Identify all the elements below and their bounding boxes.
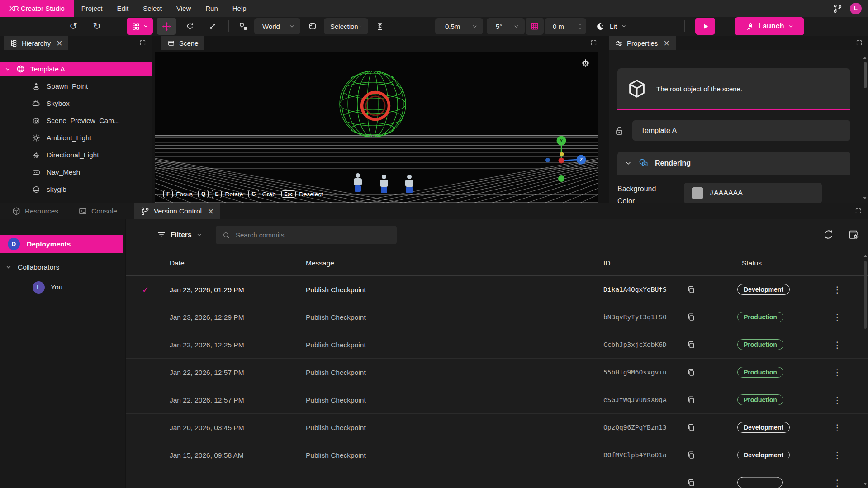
user-avatar[interactable]: L	[850, 3, 862, 14]
grid-height-stepper[interactable]: 0 m	[545, 18, 586, 34]
tree-item-skyglb[interactable]: skyglb	[0, 182, 152, 196]
viewport-3d[interactable]: Y Z F Focus Q E Rotate G Grab Esc Desele	[155, 52, 598, 203]
copy-id-button[interactable]	[687, 285, 696, 294]
tree-item-ambient-light[interactable]: Ambient_Light	[0, 131, 152, 145]
expand-scene-button[interactable]	[590, 39, 597, 46]
tree-item-skybox[interactable]: Skybox	[0, 96, 152, 110]
scroll-down-icon[interactable]	[863, 197, 867, 199]
snap-toggle-button[interactable]	[372, 18, 388, 34]
version-control-icon[interactable]	[833, 4, 843, 14]
menu-select[interactable]: Select	[136, 0, 169, 17]
background-color-picker[interactable]: #AAAAAA	[684, 183, 822, 203]
shading-mode-select[interactable]: Lit	[596, 18, 626, 34]
properties-scrollbar[interactable]	[863, 57, 867, 199]
row-menu-button[interactable]: ⋮	[832, 340, 842, 350]
copy-id-button[interactable]	[687, 368, 696, 377]
row-menu-button[interactable]: ⋮	[832, 284, 842, 294]
menu-edit[interactable]: Edit	[109, 0, 136, 17]
expand-hierarchy-button[interactable]	[139, 39, 146, 46]
copy-id-button[interactable]	[687, 313, 696, 322]
deploy-settings-button[interactable]	[848, 229, 859, 240]
copy-id-button[interactable]	[687, 450, 696, 460]
stepper-arrows[interactable]	[578, 23, 583, 30]
undo-icon: ↺	[69, 22, 77, 31]
undo-button[interactable]: ↺	[63, 18, 83, 34]
tree-item-scene-preview-cam[interactable]: Scene_Preview_Cam...	[0, 114, 152, 128]
tab-console[interactable]: Console	[72, 203, 123, 219]
hint-grab: G Grab	[248, 190, 275, 198]
redo-button[interactable]: ↻	[87, 18, 107, 34]
scroll-down-icon[interactable]	[863, 483, 867, 485]
tree-item-directional-light[interactable]: Directional_Light	[0, 148, 152, 162]
color-swatch[interactable]	[692, 187, 703, 199]
tab-properties[interactable]: Properties ×	[609, 36, 676, 50]
pivot-button[interactable]	[304, 18, 321, 34]
pivot-mode-select[interactable]: Selection	[324, 18, 368, 34]
close-icon[interactable]: ×	[208, 207, 214, 216]
rendering-section-header[interactable]: Rendering	[617, 152, 850, 175]
scroll-up-icon[interactable]	[863, 57, 867, 59]
row-menu-button[interactable]: ⋮	[832, 422, 842, 432]
parenting-button[interactable]	[234, 18, 252, 34]
scroll-up-icon[interactable]	[863, 255, 867, 257]
move-tool-button[interactable]	[157, 18, 176, 35]
commit-row[interactable]: Jan 22, 2026, 12:57 PM Publish Checkpoin…	[126, 386, 868, 414]
copy-id-button[interactable]	[687, 423, 696, 432]
search-commits-input[interactable]	[236, 231, 390, 239]
commit-row[interactable]: Jan 23, 2026, 12:25 PM Publish Checkpoin…	[126, 331, 868, 359]
chevron-down-icon[interactable]	[5, 66, 11, 72]
tree-item-template-a[interactable]: Template A	[0, 62, 152, 76]
grid-toggle-button[interactable]	[526, 18, 544, 35]
copy-id-button[interactable]	[687, 395, 696, 404]
commits-scrollbar[interactable]	[863, 255, 867, 485]
viewport-settings-button[interactable]	[581, 58, 590, 68]
scrollbar-thumb[interactable]	[864, 62, 867, 88]
tab-scene[interactable]: Scene	[161, 36, 204, 50]
status-badge: Development	[737, 450, 790, 460]
commit-row[interactable]: Jan 20, 2026, 03:45 PM Publish Checkpoin…	[126, 414, 868, 441]
copy-id-button[interactable]	[687, 478, 696, 487]
app-title[interactable]: XR Creator Studio	[0, 0, 74, 17]
tab-resources[interactable]: Resources	[5, 203, 65, 219]
row-menu-button[interactable]: ⋮	[832, 367, 842, 377]
menu-view[interactable]: View	[169, 0, 198, 17]
sidebar-item-collaborators[interactable]: Collaborators	[0, 261, 125, 274]
launch-button[interactable]: Launch	[735, 17, 804, 35]
close-icon[interactable]: ×	[663, 39, 669, 47]
menu-run[interactable]: Run	[198, 0, 225, 17]
copy-id-button[interactable]	[687, 340, 696, 349]
commit-row-partial[interactable]: ⋮	[126, 469, 868, 488]
tree-item-nav-mesh[interactable]: Nav_Mesh	[0, 165, 152, 179]
sidebar-item-deployments[interactable]: D Deployments	[0, 235, 123, 253]
menu-help[interactable]: Help	[225, 0, 254, 17]
commit-row[interactable]: ✓ Jan 23, 2026, 01:29 PM Publish Checkpo…	[126, 276, 868, 303]
close-icon[interactable]: ×	[56, 39, 62, 47]
rotate-snap-select[interactable]: 5°	[487, 18, 525, 34]
lock-open-icon[interactable]	[614, 125, 625, 136]
tab-version-control[interactable]: Version Control ×	[134, 203, 220, 219]
sidebar-item-you[interactable]: L You	[0, 280, 125, 294]
row-menu-button[interactable]: ⋮	[832, 450, 842, 460]
commit-row[interactable]: Jan 23, 2026, 12:29 PM Publish Checkpoin…	[126, 303, 868, 331]
scrollbar-thumb[interactable]	[864, 261, 867, 329]
move-snap-select[interactable]: 0.5m	[435, 18, 483, 34]
space-select[interactable]: World	[254, 18, 300, 34]
row-menu-button[interactable]: ⋮	[832, 312, 842, 322]
rotate-tool-button[interactable]	[180, 18, 200, 34]
play-button[interactable]	[695, 18, 715, 35]
scale-tool-button[interactable]	[203, 18, 223, 34]
expand-properties-button[interactable]	[856, 39, 863, 46]
expand-bottom-panel-button[interactable]	[855, 208, 862, 214]
commit-message: Publish Checkpoint	[306, 303, 366, 331]
tab-hierarchy[interactable]: Hierarchy ×	[4, 36, 68, 50]
row-menu-button[interactable]: ⋮	[832, 478, 842, 488]
object-name-field[interactable]: Template A	[632, 120, 850, 141]
tree-item-spawn-point[interactable]: Spawn_Point	[0, 79, 152, 93]
commit-row[interactable]: Jan 15, 2026, 09:58 AM Publish Checkpoin…	[126, 441, 868, 469]
filters-button[interactable]: Filters	[157, 227, 202, 243]
gizmo-mode-button[interactable]	[127, 18, 153, 35]
commit-row[interactable]: Jan 22, 2026, 12:57 PM Publish Checkpoin…	[126, 359, 868, 386]
refresh-button[interactable]	[823, 229, 834, 240]
menu-project[interactable]: Project	[74, 0, 110, 17]
row-menu-button[interactable]: ⋮	[832, 395, 842, 405]
